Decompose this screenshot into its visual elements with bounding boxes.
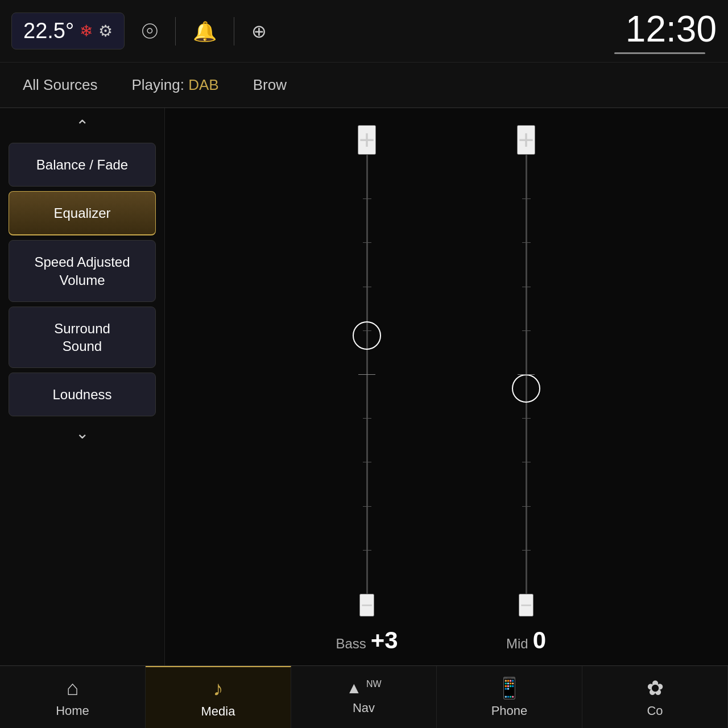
sidebar: ⌃ Balance / Fade Equalizer Speed Adjuste… — [0, 108, 165, 665]
clock-display: 12:30 — [603, 8, 717, 50]
tick — [522, 462, 531, 462]
mid-track — [526, 155, 527, 594]
main-area: ⌃ Balance / Fade Equalizer Speed Adjuste… — [0, 108, 728, 665]
eq-panel: + − — [165, 108, 728, 665]
mid-knob[interactable] — [512, 374, 540, 403]
fan-icon: ⚙ — [98, 22, 113, 40]
media-label: Media — [201, 704, 235, 719]
nav-bar: All Sources Playing: DAB Brow — [0, 63, 728, 108]
mid-slider-column: + − Mid — [469, 119, 583, 654]
bass-value: +3 — [371, 627, 398, 654]
tick — [363, 550, 371, 551]
bell-icon[interactable]: 🔔 — [193, 20, 217, 43]
sidebar-item-surround-sound[interactable]: SurroundSound — [9, 307, 156, 368]
temperature-display: 22.5° — [23, 19, 74, 43]
mid-plus-button[interactable]: + — [517, 125, 535, 155]
playing-prefix: Playing: — [132, 76, 189, 93]
tick — [363, 462, 371, 462]
nav-all-sources[interactable]: All Sources — [23, 71, 98, 100]
tick — [522, 550, 531, 551]
tick — [363, 287, 371, 287]
playing-source: DAB — [188, 76, 218, 93]
mid-track-container — [469, 155, 583, 594]
bottom-nav: ⌂ Home ♪ Media ▲ NW Nav 📱 Phone ✿ Co — [0, 665, 728, 728]
tick — [363, 242, 371, 243]
sidebar-item-loudness[interactable]: Loudness — [9, 373, 156, 416]
divider — [234, 17, 234, 46]
gps-icon[interactable]: ⊕ — [251, 20, 267, 42]
tick — [363, 506, 371, 507]
divider — [175, 17, 176, 46]
phone-icon: 📱 — [497, 676, 522, 700]
phone-label: Phone — [491, 704, 528, 718]
nav-more[interactable]: ✿ Co — [582, 666, 728, 728]
mid-minus-button[interactable]: − — [519, 594, 533, 617]
nav-phone[interactable]: 📱 Phone — [437, 666, 582, 728]
time-container: 12:30 — [603, 8, 717, 54]
tick — [363, 418, 371, 419]
status-bar: 22.5° ❄ ⚙ ⦾ 🔔 ⊕ 12:30 — [0, 0, 728, 63]
nav-playing[interactable]: Playing: DAB — [132, 71, 219, 100]
more-icon: ✿ — [647, 676, 664, 700]
nav-media[interactable]: ♪ Media — [146, 666, 291, 728]
bass-label: Bass — [336, 636, 366, 652]
sidebar-chevron-up[interactable]: ⌃ — [9, 114, 156, 138]
bass-label-row: Bass +3 — [336, 627, 398, 654]
sidebar-chevron-down[interactable]: ⌄ — [9, 421, 156, 445]
mid-label-row: Mid 0 — [506, 627, 546, 654]
bass-knob[interactable] — [353, 321, 381, 350]
sidebar-item-balance-fade[interactable]: Balance / Fade — [9, 143, 156, 187]
tick — [522, 506, 531, 507]
profile-icon[interactable]: ⦾ — [142, 19, 158, 43]
nav-browse[interactable]: Brow — [253, 71, 287, 100]
sidebar-item-equalizer[interactable]: Equalizer — [9, 191, 156, 235]
tick — [363, 198, 371, 199]
mid-label: Mid — [506, 636, 528, 652]
sidebar-item-speed-adjusted-volume[interactable]: Speed AdjustedVolume — [9, 240, 156, 301]
nav-icon: ▲ NW — [346, 679, 381, 697]
bass-minus-button[interactable]: − — [359, 594, 374, 617]
mid-value: 0 — [533, 627, 546, 654]
nav-home[interactable]: ⌂ Home — [0, 666, 146, 728]
mid-center-tick — [518, 374, 535, 375]
home-label: Home — [56, 704, 89, 718]
tick — [522, 418, 531, 419]
bass-plus-button[interactable]: + — [358, 125, 376, 155]
bass-slider-column: + − — [310, 119, 424, 654]
nav-label: Nav — [353, 701, 375, 715]
time-underline — [614, 52, 705, 54]
bass-track-container — [310, 155, 424, 594]
bass-center-tick — [358, 374, 375, 375]
bass-track — [366, 155, 368, 594]
tick — [522, 287, 531, 287]
home-icon: ⌂ — [67, 676, 79, 700]
tick — [522, 198, 531, 199]
media-icon: ♪ — [213, 677, 224, 701]
more-label: Co — [647, 704, 663, 718]
nav-navigation[interactable]: ▲ NW Nav — [291, 666, 437, 728]
ac-icon: ❄ — [80, 22, 93, 40]
tick — [522, 330, 531, 331]
status-icons: ⦾ 🔔 ⊕ — [142, 17, 603, 46]
tick — [522, 242, 531, 243]
temperature-box: 22.5° ❄ ⚙ — [11, 13, 125, 49]
